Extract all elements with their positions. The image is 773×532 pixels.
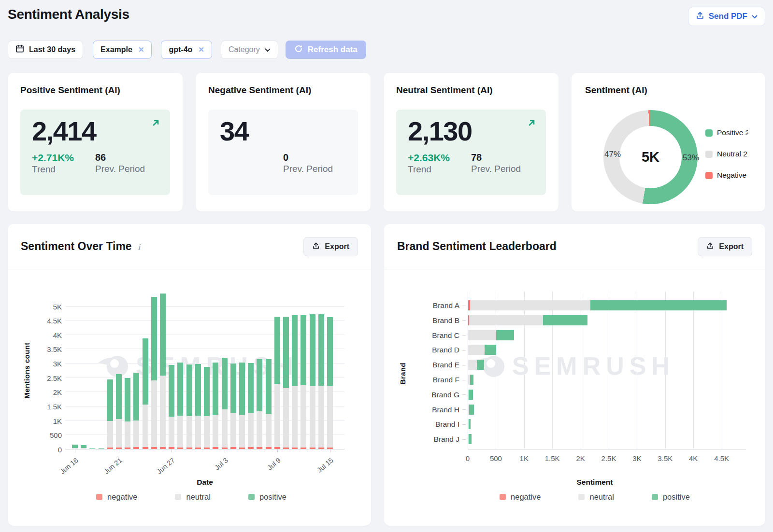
chart-header: Sentiment Over Time i Export [8, 224, 371, 269]
kpi-trend-label: Trend [408, 164, 471, 175]
legend-label: Neutral 2K [717, 150, 748, 158]
y-tick-label: 500 [50, 431, 62, 439]
kpi-box: 34 0 Prev. Period [208, 110, 358, 195]
bar-segment-negative [195, 448, 201, 449]
donut-legend-item: Neutral 2K [705, 150, 748, 158]
donut-legend: Positive 2Neutral 2KNegative 3 [705, 128, 748, 192]
legend-label: negative [107, 492, 137, 502]
chart-body: SEMRUSH Mentions count 05001K1.5K2K2.5K3… [8, 269, 371, 526]
y-tick-mark [462, 394, 466, 395]
date-range-picker[interactable]: Last 30 days [8, 41, 83, 59]
hbar-Brand C [468, 330, 514, 340]
kpi-prev-value: 0 [283, 152, 346, 163]
row-label-Brand F: Brand F [433, 376, 459, 384]
filter-chip-example[interactable]: Example ✕ [93, 41, 152, 59]
category-dropdown[interactable]: Category [221, 41, 278, 59]
legend-chip [652, 494, 658, 500]
legend-chip [175, 494, 181, 500]
bar-segment-neutral [239, 415, 245, 448]
x-tick-mark [277, 449, 278, 452]
legend-label: positive [663, 492, 690, 502]
export-button[interactable]: Export [303, 237, 358, 256]
legend-item: neutral [175, 492, 210, 502]
close-icon[interactable]: ✕ [138, 45, 144, 54]
chevron-down-icon [265, 45, 271, 54]
kpi-stats: +2.71K% Trend 86 Prev. Period [32, 152, 158, 175]
x-axis-label: Date [65, 478, 344, 487]
x-tick-label: Jul 15 [315, 456, 335, 474]
x-tick-mark [225, 449, 225, 452]
bar-segment-negative [116, 448, 122, 449]
gridline [65, 306, 344, 307]
bar-segment-positive [485, 345, 496, 355]
x-tick-label: 2K [576, 454, 585, 462]
close-icon[interactable]: ✕ [198, 45, 204, 54]
gridline [65, 449, 344, 449]
bar-Jun 26 [160, 294, 166, 449]
info-icon[interactable]: i [138, 242, 140, 252]
donut-card-title: Sentiment (AI) [585, 84, 752, 96]
bar-Jun 27 [169, 365, 174, 449]
bar-segment-positive [143, 338, 148, 404]
y-tick-mark [462, 409, 466, 410]
export-button[interactable]: Export [698, 237, 752, 256]
bar-segment-neutral [186, 416, 192, 448]
bar-segment-neutral [301, 385, 306, 448]
hbar-Brand B [468, 315, 587, 325]
bar-segment-negative [125, 448, 130, 449]
y-tick-mark [462, 380, 466, 380]
bar-segment-neutral [125, 421, 130, 448]
bar-segment-positive [186, 364, 192, 416]
kpi-trend-label: Trend [32, 164, 95, 175]
donut-chart-area: 5K 47% 53% Positive 2Neutral 2KNegative … [585, 110, 752, 204]
y-tick-label: 0 [58, 446, 62, 454]
kpi-card-negative: Negative Sentiment (AI) 34 0 Prev. Perio… [196, 73, 371, 211]
refresh-label: Refresh data [308, 45, 358, 55]
bar-segment-negative [257, 447, 262, 449]
bar-segment-positive [125, 378, 130, 421]
calendar-icon [15, 44, 24, 55]
legend-chip [705, 129, 713, 137]
x-axis-label: Sentiment [468, 478, 722, 487]
y-tick-mark [462, 335, 466, 336]
bar-segment-positive [195, 364, 201, 416]
bar-segment-neutral [468, 345, 485, 355]
x-tick-label: 1.5K [545, 454, 560, 462]
kpi-card-neutral: Neutral Sentiment (AI) 2,130 +2.63K% Tre… [384, 73, 558, 211]
bar-Jul 4 [230, 364, 236, 449]
bar-segment-neutral [81, 448, 86, 449]
upload-icon [696, 11, 704, 22]
bar-segment-negative [177, 448, 183, 449]
bar-segment-negative [143, 447, 148, 449]
bar-segment-positive [177, 363, 183, 416]
sot-yticks: 05001K1.5K2K2.5K3K3.5K4K4.5K5K [37, 292, 62, 449]
bar-Jul 6 [248, 363, 254, 449]
y-tick-mark [462, 320, 466, 321]
bar-segment-negative [310, 448, 315, 449]
bar-Jul 5 [239, 363, 245, 449]
filter-chip-gpt4o[interactable]: gpt-4o ✕ [161, 41, 212, 59]
x-tick-label: Jun 27 [155, 456, 176, 476]
bar-segment-negative [151, 447, 157, 449]
bar-segment-neutral [116, 419, 122, 448]
bar-segment-negative [301, 448, 306, 449]
y-tick-mark [462, 365, 466, 365]
send-pdf-button[interactable]: Send PDF [688, 7, 765, 26]
category-label: Category [229, 45, 260, 54]
row-label-Brand J: Brand J [434, 435, 459, 444]
bar-segment-neutral [248, 413, 254, 448]
refresh-data-button[interactable]: Refresh data [286, 41, 366, 59]
x-tick-mark [330, 449, 330, 452]
bar-segment-neutral [274, 384, 280, 447]
bar-segment-positive [301, 315, 306, 385]
bar-segment-negative [239, 448, 245, 449]
bar-Jun 24 [143, 338, 148, 449]
legend-label: Positive 2 [717, 128, 748, 137]
kpi-value: 2,414 [32, 116, 158, 146]
kpi-trend-value: +2.71K% [32, 152, 95, 164]
send-pdf-label: Send PDF [709, 12, 747, 21]
y-tick-mark [462, 306, 466, 306]
hbar-Brand A [468, 300, 727, 310]
sot-xticks: Jun 16Jun 21Jun 27Jul 3Jul 9Jul 15 [65, 453, 344, 476]
legend-chip [578, 494, 585, 500]
